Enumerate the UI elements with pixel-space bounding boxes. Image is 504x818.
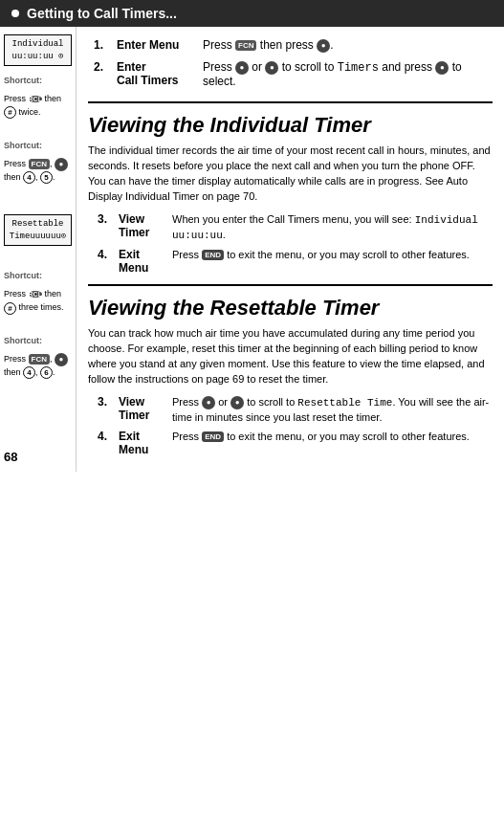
top-step-1-desc: Press FCN then press ●.	[197, 34, 493, 56]
divider-2	[88, 284, 493, 286]
num4-badge-1-icon: 4	[23, 171, 35, 184]
s1-step3-num: 3.	[98, 212, 113, 244]
top-step-2-label: EnterCall Timers	[111, 56, 197, 92]
header-title: Getting to Call Timers...	[27, 6, 177, 21]
top-step-2: 2. EnterCall Timers Press ● or ● to scro…	[88, 56, 493, 92]
fcn-badge-1-icon: FCN	[29, 159, 50, 169]
shortcut-2-label: Shortcut:	[4, 141, 72, 150]
shortcut-1-text: Press RCL then # twice.	[4, 93, 72, 120]
shortcut-4-text: Press FCN, ● then 4, 6.	[4, 353, 72, 380]
header-bullet-icon	[11, 10, 19, 17]
num5-badge-icon: 5	[40, 171, 53, 184]
end-badge-2-icon: END	[202, 431, 224, 442]
resettable-timer-display: Resettable Timeuuuuuu⊙	[4, 214, 72, 246]
hash-badge-2-icon: #	[4, 302, 16, 315]
section1-body: The individual timer records the air tim…	[88, 144, 493, 205]
nav-s2-up-icon: ●	[202, 396, 215, 409]
num6-badge-icon: 6	[40, 366, 53, 379]
s2-step3-desc: Press ● or ● to scroll to Resettable Tim…	[172, 395, 493, 426]
rcl-badge-2-icon: RCL	[29, 291, 42, 298]
nav-select-icon: ●	[435, 61, 449, 75]
rcl-badge-icon: RCL	[29, 96, 42, 102]
top-step-1-num: 1.	[88, 34, 111, 56]
top-step-1-label: Enter Menu	[111, 34, 197, 56]
section2-body: You can track how much air time you have…	[88, 326, 493, 387]
shortcut-4-label: Shortcut:	[4, 336, 72, 345]
shortcut-2-text: Press FCN, ● then 4, 5.	[4, 158, 72, 185]
main-layout: Individual uu:uu:uu ⊙ Shortcut: Press RC…	[0, 27, 504, 472]
section1-step-3: 3. ViewTimer When you enter the Call Tim…	[98, 212, 493, 244]
fcn-badge-2-icon: FCN	[29, 354, 50, 365]
shortcut-1-label: Shortcut:	[4, 76, 72, 85]
nav-down-icon: ●	[265, 61, 278, 75]
shortcut-3-text: Press RCL then # three times.	[4, 288, 72, 315]
s1-step4-num: 4.	[98, 248, 113, 275]
s2-step3-num: 3.	[98, 395, 113, 426]
section2-title: Viewing the Resettable Timer	[88, 296, 379, 320]
nav-up-icon: ●	[235, 61, 249, 75]
content-area: 1. Enter Menu Press FCN then press ●. 2.…	[77, 27, 504, 472]
divider-1	[88, 101, 493, 103]
end-badge-1-icon: END	[202, 250, 224, 260]
section1-steps: 3. ViewTimer When you enter the Call Tim…	[98, 212, 493, 275]
individual-timer-display: Individual uu:uu:uu ⊙	[4, 34, 72, 66]
s2-step4-label: ExitMenu	[119, 430, 166, 456]
nav-badge-1-icon: ●	[55, 158, 68, 171]
page-header: Getting to Call Timers...	[0, 0, 504, 27]
fcn-top-icon: FCN	[235, 40, 256, 51]
sidebar: Individual uu:uu:uu ⊙ Shortcut: Press RC…	[0, 27, 77, 472]
section1-heading: Viewing the Individual Timer	[88, 113, 493, 138]
resettable-timer-value: Timeuuuuuu⊙	[10, 232, 66, 241]
s2-step4-desc: Press END to exit the menu, or you may s…	[172, 430, 470, 456]
shortcut-3-label: Shortcut:	[4, 271, 72, 280]
section2-heading: Viewing the Resettable Timer	[88, 296, 493, 321]
section2-step-4: 4. ExitMenu Press END to exit the menu, …	[98, 430, 493, 456]
top-step-2-num: 2.	[88, 56, 111, 92]
s1-step3-desc: When you enter the Call Timers menu, you…	[172, 212, 493, 244]
top-steps-table: 1. Enter Menu Press FCN then press ●. 2.…	[88, 34, 493, 92]
s1-step4-label: ExitMenu	[119, 248, 166, 275]
section2-step-3: 3. ViewTimer Press ● or ● to scroll to R…	[98, 395, 493, 426]
individual-timer-value: uu:uu:uu ⊙	[11, 52, 63, 61]
s2-step3-label: ViewTimer	[119, 395, 166, 426]
hash-badge-1-icon: #	[4, 106, 16, 119]
top-step-2-desc: Press ● or ● to scroll to Timers and pre…	[197, 56, 493, 92]
section1-title: Viewing the Individual Timer	[88, 113, 371, 137]
s1-step3-label: ViewTimer	[119, 212, 166, 244]
s2-step4-num: 4.	[98, 430, 113, 456]
nav-s2-down-icon: ●	[230, 396, 244, 409]
num4-badge-2-icon: 4	[23, 366, 35, 379]
page-number: 68	[4, 450, 72, 464]
s1-step4-desc: Press END to exit the menu, or you may s…	[172, 248, 470, 275]
section1-step-4: 4. ExitMenu Press END to exit the menu, …	[98, 248, 493, 275]
nav-badge-2-icon: ●	[55, 353, 68, 366]
top-step-1: 1. Enter Menu Press FCN then press ●.	[88, 34, 493, 56]
section2-steps: 3. ViewTimer Press ● or ● to scroll to R…	[98, 395, 493, 456]
nav-top-icon: ●	[317, 39, 330, 53]
